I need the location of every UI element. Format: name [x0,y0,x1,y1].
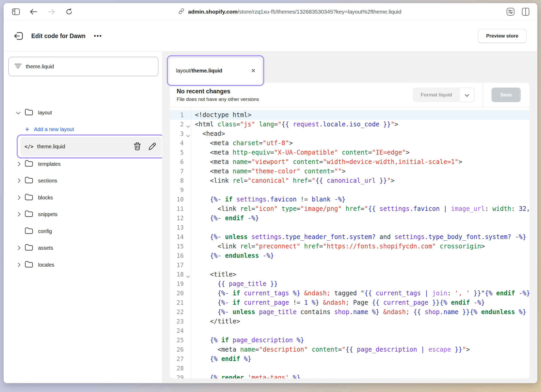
sidebar-folder-sections[interactable]: sections [4,172,162,189]
sidebar-folder-blocks[interactable]: blocks [4,189,162,206]
line-number[interactable]: 24 [170,327,191,334]
code-line-29: 29 {% render 'meta-tags' %} [170,373,530,378]
code-text: </title> [191,318,240,325]
code-text: <title> [191,271,236,278]
format-liquid-button[interactable]: Format liquid [413,88,460,102]
line-number[interactable]: 5 [170,149,191,156]
code-line-27: 27 {% endif %} [170,354,530,364]
code-file-icon: </> [24,144,33,149]
line-number[interactable]: 3 [170,130,191,137]
editor-card: No recent changes File does not have any… [170,83,530,378]
sidebar-folder-layout[interactable]: layout [4,104,162,121]
folder-icon [24,176,33,185]
line-number[interactable]: 4 [170,140,191,146]
file-search-input[interactable]: theme.liquid [8,57,158,76]
version-strip: No recent changes File does not have any… [170,83,530,107]
filter-icon [14,63,22,70]
address-bar[interactable]: admin.shopify.com/store/rzq1xu-f5/themes… [73,8,506,15]
line-number[interactable]: 19 [170,280,191,287]
code-text: {%- unless page_title contains shop.name… [191,308,526,316]
file-label: theme.liquid [37,144,65,150]
preview-store-button[interactable]: Preview store [478,29,526,43]
code-line-3: 3 <head> [170,129,530,138]
desktop: { "browser": { "url_domain": "admin.shop… [0,0,541,392]
code-line-10: 10 {%- if settings.favicon != blank -%} [170,195,530,204]
fold-chevron-icon[interactable] [186,124,190,128]
sidebar-folder-assets[interactable]: assets [4,240,162,256]
code-line-5: 5 <meta http-equiv="X-UA-Compatible" con… [170,148,530,157]
line-number[interactable]: 17 [170,262,191,268]
code-text: <meta name="description" content="{{ pag… [191,346,470,353]
back-button-icon[interactable] [29,7,38,16]
tab-theme-liquid[interactable]: layout/theme.liquid × [169,58,262,83]
code-line-21: 21 {%- if current_page != 1 %} &ndash; P… [170,298,530,307]
line-number[interactable]: 10 [170,196,191,203]
line-number[interactable]: 6 [170,158,191,165]
line-number[interactable]: 9 [170,187,191,193]
chevron-right-icon[interactable] [16,212,21,217]
line-number[interactable]: 12 [170,215,191,222]
sidebar-folder-snippets[interactable]: snippets [4,206,162,223]
line-number[interactable]: 27 [170,356,191,362]
url-domain: admin.shopify.com [188,9,238,15]
overflow-menu-button[interactable]: ••• [94,33,102,39]
delete-file-icon[interactable] [133,142,141,151]
sidebar-folder-config[interactable]: config [4,223,162,240]
line-number[interactable]: 1 [170,112,191,118]
exit-editor-icon[interactable] [13,30,24,42]
fold-chevron-icon[interactable] [186,133,190,137]
chevron-right-icon[interactable] [16,162,21,166]
line-number[interactable]: 29 [170,374,191,378]
line-number[interactable]: 11 [170,205,191,212]
chevron-right-icon[interactable] [16,246,21,250]
code-line-28: 28 [170,364,530,373]
code-text: {% endif %} [191,355,251,363]
code-line-19: 19 {{ page_title }} [170,279,530,289]
sidebar-file-theme-liquid[interactable]: </>theme.liquid [4,134,162,156]
code-line-14: 14 {%- unless settings.type_header_font.… [170,232,530,242]
link-icon [178,8,185,15]
folder-icon [24,210,33,219]
line-number[interactable]: 7 [170,168,191,175]
line-number[interactable]: 28 [170,365,191,372]
folder-label: sections [38,178,57,184]
sidebar-folder-templates[interactable]: templates [4,156,162,172]
split-view-icon[interactable] [521,7,530,16]
sidebar-toggle-icon[interactable] [11,7,20,16]
code-text: {%- if current_page != 1 %} &ndash; Page… [191,299,485,306]
selected-file-row[interactable]: </>theme.liquid [20,137,162,156]
line-number[interactable]: 21 [170,299,191,306]
forward-button-icon[interactable] [47,7,56,16]
code-line-16: 16 {%- endunless -%} [170,251,530,260]
line-number[interactable]: 25 [170,337,191,344]
rename-file-icon[interactable] [148,142,156,151]
line-number[interactable]: 2 [170,121,191,128]
line-number[interactable]: 20 [170,290,191,297]
code-editor[interactable]: 1<!doctype html>2<html class="js" lang="… [170,107,530,378]
format-liquid-dropdown[interactable] [460,88,475,102]
line-number[interactable]: 14 [170,234,191,240]
code-text: {% render 'meta-tags' %} [191,374,300,378]
tab-close-icon[interactable]: × [251,67,255,74]
plus-icon: + [25,126,29,133]
line-number[interactable]: 15 [170,243,191,250]
line-number[interactable]: 22 [170,309,191,315]
chevron-right-icon[interactable] [16,195,21,200]
version-subheading: File does not have any other versions [177,96,259,102]
reload-icon[interactable] [65,7,73,16]
line-number[interactable]: 13 [170,224,191,231]
save-button[interactable]: Save [491,88,521,102]
line-number[interactable]: 8 [170,177,191,184]
folder-label: templates [38,161,61,167]
line-number[interactable]: 23 [170,318,191,325]
chevron-down-icon[interactable] [16,110,21,114]
chevron-right-icon[interactable] [16,263,21,267]
line-number[interactable]: 26 [170,346,191,353]
code-text: {%- if current_tags %} &ndash; tagged "{… [191,290,530,297]
chevron-right-icon[interactable] [16,179,21,183]
fold-chevron-icon[interactable] [186,274,190,278]
line-number[interactable]: 18 [170,271,191,278]
browser-settings-icon[interactable] [506,7,515,16]
line-number[interactable]: 16 [170,252,191,259]
sidebar-folder-locales[interactable]: locales [4,256,162,273]
